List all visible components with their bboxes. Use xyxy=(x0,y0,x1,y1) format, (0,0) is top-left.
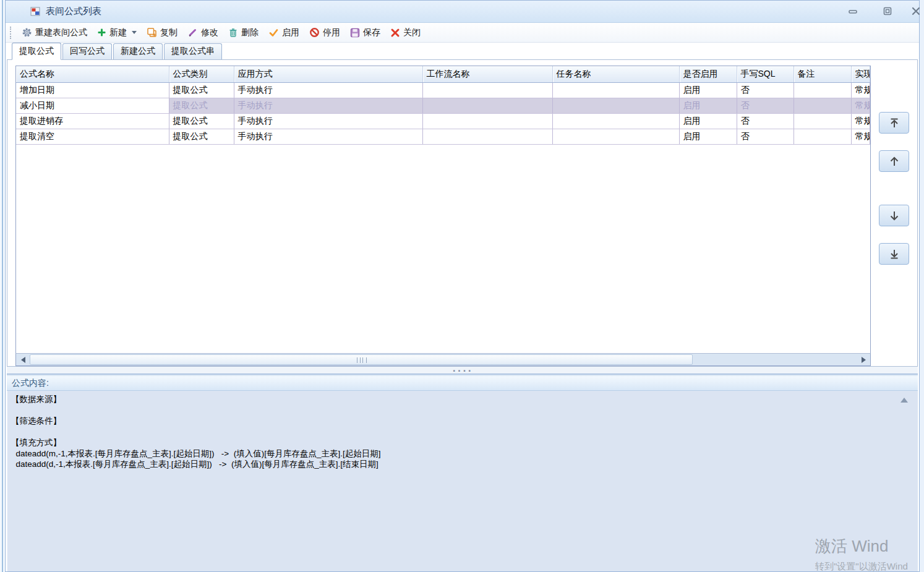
column-header[interactable]: 是否启用 xyxy=(679,66,737,83)
grid-cell[interactable]: 提取进销存 xyxy=(16,114,169,129)
arrow-up-to-top-icon xyxy=(888,117,900,129)
arrow-down-icon xyxy=(888,210,900,222)
delete-button[interactable]: 删除 xyxy=(223,25,263,40)
grid-cell[interactable] xyxy=(422,98,552,114)
tab-extract-formula-chain[interactable]: 提取公式串 xyxy=(164,43,222,59)
grid-cell[interactable] xyxy=(552,98,679,114)
move-top-button[interactable] xyxy=(879,112,909,134)
column-header[interactable]: 公式类别 xyxy=(169,66,234,83)
tab-writeback-formula[interactable]: 回写公式 xyxy=(62,43,112,59)
grid-cell[interactable]: 常规 xyxy=(851,114,870,129)
scroll-right-arrow-icon[interactable] xyxy=(857,354,870,365)
grid-cell[interactable]: 启用 xyxy=(679,129,737,145)
arrow-up-icon xyxy=(888,155,900,168)
grid-cell[interactable]: 提取公式 xyxy=(169,129,234,145)
edit-button[interactable]: 修改 xyxy=(182,25,223,40)
column-header[interactable]: 手写SQL xyxy=(737,66,794,83)
copy-icon xyxy=(147,27,157,38)
grid-cell[interactable]: 手动执行 xyxy=(234,129,422,145)
maximize-restore-button[interactable] xyxy=(880,5,895,17)
floppy-icon xyxy=(350,28,360,38)
table-row-selected[interactable]: 减小日期 提取公式 手动执行 启用 否 常规 xyxy=(16,98,870,114)
scroll-left-arrow-icon[interactable] xyxy=(17,354,29,365)
table-row[interactable]: 增加日期 提取公式 手动执行 启用 否 常规 xyxy=(16,83,870,98)
grid-cell[interactable]: 提取清空 xyxy=(16,129,169,145)
chevron-down-icon[interactable] xyxy=(132,31,137,34)
grid-cell[interactable]: 否 xyxy=(737,83,794,98)
grid-cell[interactable] xyxy=(422,114,552,129)
check-icon xyxy=(268,28,279,38)
grid-cell[interactable] xyxy=(552,83,679,98)
pencil-icon xyxy=(187,27,198,38)
tab-new-formula[interactable]: 新建公式 xyxy=(113,43,163,59)
grid-cell[interactable]: 否 xyxy=(737,129,794,145)
close-button[interactable] xyxy=(909,5,923,17)
grid-cell[interactable] xyxy=(552,114,679,129)
move-bottom-button[interactable] xyxy=(879,243,909,265)
grid-cell[interactable]: 提取公式 xyxy=(169,83,234,98)
grid-cell[interactable] xyxy=(552,129,679,145)
grid-cell[interactable]: 启用 xyxy=(679,83,737,98)
column-header[interactable]: 公式名称 xyxy=(16,66,169,83)
arrow-down-to-bottom-icon xyxy=(888,248,900,260)
toolbar: 重建表间公式 新建 复制 xyxy=(6,23,919,43)
scrollbar-thumb[interactable] xyxy=(30,354,693,365)
save-button[interactable]: 保存 xyxy=(345,25,385,40)
tab-strip: 提取公式 回写公式 新建公式 提取公式串 xyxy=(12,45,914,59)
column-header[interactable]: 工作流名称 xyxy=(422,66,552,83)
tab-extract-formula[interactable]: 提取公式 xyxy=(12,43,61,60)
grid-cell[interactable]: 常规 xyxy=(851,129,870,145)
grid-cell[interactable]: 提取公式 xyxy=(169,98,234,114)
grid-cell[interactable]: 启用 xyxy=(679,98,737,114)
grid-cell[interactable]: 否 xyxy=(737,114,794,129)
minimize-button[interactable] xyxy=(845,5,860,17)
block-icon xyxy=(309,27,320,38)
header-row: 公式名称 公式类别 应用方式 工作流名称 任务名称 是否启用 手写SQL 备注 … xyxy=(16,66,870,83)
grid-cell[interactable]: 手动执行 xyxy=(234,114,422,129)
column-header[interactable]: 任务名称 xyxy=(552,66,679,83)
grid-cell[interactable]: 否 xyxy=(737,98,794,114)
grid-cell[interactable]: 增加日期 xyxy=(16,83,169,98)
close-form-button[interactable]: 关闭 xyxy=(385,25,426,40)
grid-cell[interactable]: 提取公式 xyxy=(169,114,234,129)
grid-cell[interactable] xyxy=(422,129,552,145)
grid-cell[interactable] xyxy=(794,98,851,114)
title-bar: 表间公式列表 xyxy=(6,1,919,23)
grid-cell[interactable]: 常规 xyxy=(851,83,870,98)
formula-content-panel: 【数据来源】 【筛选条件】 【填充方式】 dateadd(m,-1,本报表.[每… xyxy=(7,391,918,571)
move-down-button[interactable] xyxy=(879,205,909,226)
grid-cell[interactable] xyxy=(794,129,851,145)
panel-splitter[interactable]: ■ ■ ■ ■ xyxy=(7,367,918,375)
new-button[interactable]: 新建 xyxy=(92,25,142,40)
grid-cell[interactable] xyxy=(794,83,851,98)
grid-cell[interactable] xyxy=(794,114,851,129)
move-up-button[interactable] xyxy=(879,150,909,172)
grid-cell[interactable] xyxy=(422,83,552,98)
copy-button[interactable]: 复制 xyxy=(142,25,182,40)
rebuild-formulas-button[interactable]: 重建表间公式 xyxy=(17,25,92,40)
column-header[interactable]: 实现 xyxy=(851,66,870,83)
formula-list-window: 表间公式列表 重建表间公式 xyxy=(5,0,920,572)
table-row[interactable]: 提取清空 提取公式 手动执行 启用 否 常规 xyxy=(16,129,870,145)
column-header[interactable]: 应用方式 xyxy=(234,66,422,83)
grid-cell[interactable]: 启用 xyxy=(679,114,737,129)
formula-grid: 公式名称 公式类别 应用方式 工作流名称 任务名称 是否启用 手写SQL 备注 … xyxy=(15,66,871,366)
grid-cell-current[interactable]: 减小日期 xyxy=(16,98,169,114)
formula-content-header: 公式内容: xyxy=(7,375,918,391)
close-x-icon xyxy=(390,28,400,38)
grid-cell[interactable]: 常规 xyxy=(851,98,870,114)
table-row[interactable]: 提取进销存 提取公式 手动执行 启用 否 常规 xyxy=(16,114,870,129)
grid-horizontal-scrollbar[interactable] xyxy=(15,353,871,366)
enable-button[interactable]: 启用 xyxy=(263,25,304,40)
trash-icon xyxy=(228,27,238,38)
scroll-up-arrow-icon[interactable] xyxy=(899,396,909,404)
gear-icon xyxy=(22,27,32,38)
plus-icon xyxy=(97,28,106,37)
grid-cell[interactable]: 手动执行 xyxy=(234,98,422,114)
formula-content-text: 【数据来源】 【筛选条件】 【填充方式】 dateadd(m,-1,本报表.[每… xyxy=(11,394,899,470)
column-header[interactable]: 备注 xyxy=(794,66,851,83)
grid-cell[interactable]: 手动执行 xyxy=(234,83,422,98)
toolbar-grip[interactable] xyxy=(10,27,13,39)
disable-button[interactable]: 停用 xyxy=(304,25,345,40)
tab-page: 公式名称 公式类别 应用方式 工作流名称 任务名称 是否启用 手写SQL 备注 … xyxy=(7,59,918,367)
